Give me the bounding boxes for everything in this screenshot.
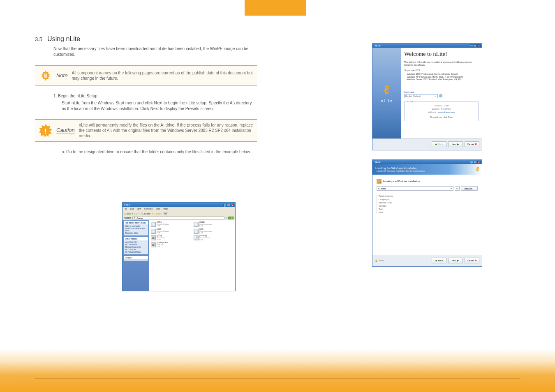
nlite-body: Locating the Windows installation Locate… — [372, 164, 482, 255]
main-content: 3.5 Using nLite Now that the necessary f… — [35, 31, 257, 155]
menu-tools[interactable]: Tools — [155, 208, 160, 210]
language-dropdown[interactable]: English (Default) — [404, 94, 438, 98]
file-item[interactable]: ⊞[txtsetup.oem]OEM File4 KB — [151, 242, 191, 248]
task-publish[interactable]: Publish this folder to the Web — [125, 228, 147, 232]
note-label: Note — [56, 72, 67, 79]
file-item[interactable]: 📄[stor]Security Catalog8 KB — [151, 228, 191, 234]
file-item[interactable]: 📄[stor]Setup Information3 KB — [194, 228, 234, 234]
file-item[interactable]: 📄[sR02]Setup Information1 KB — [194, 221, 234, 227]
go-button[interactable]: → Go — [228, 217, 234, 219]
supported-header: Supported OS: — [404, 69, 479, 71]
section-title: Using nLite — [47, 35, 80, 43]
cancel-button[interactable]: Cancel✖ — [465, 258, 479, 263]
place-shared-docs[interactable]: Shared Documents — [125, 246, 147, 248]
nlite-brand: nLite — [381, 98, 393, 103]
place-my-documents[interactable]: My Documents — [125, 244, 147, 246]
info-path: Path: — [379, 208, 478, 210]
caution-callout: ! Caution nLite will permanently modify … — [35, 119, 257, 142]
nlite-win-title: - nLite — [374, 161, 381, 163]
window-controls: _ □ × — [470, 161, 481, 163]
step-1-heading: 1. Begin the nLite Setup — [53, 94, 257, 98]
website-key: Website — [428, 111, 436, 113]
step-a-text: Go to the designated drive to ensure tha… — [66, 150, 251, 154]
next-button[interactable]: Next▶ — [448, 141, 463, 147]
back-button[interactable]: ◀Back — [432, 258, 446, 263]
welcome-heading: Welcome to nLite! — [404, 51, 479, 58]
place-my-computer[interactable]: My Computer — [125, 249, 147, 251]
file-item[interactable]: ⊞[g32x]System file58 KB — [151, 235, 191, 241]
step-1-text: Start nLite from the Windows Start menu … — [62, 100, 257, 112]
menu-bar: File Edit View Favorites Tools Help — [123, 207, 235, 211]
nlite-logo-icon: ℓ — [476, 166, 479, 173]
menu-favorites[interactable]: Favorites — [144, 208, 153, 210]
nlite-header-banner: Locating the Windows installation Locate… — [372, 164, 482, 175]
minimize-button[interactable]: _ — [470, 44, 473, 47]
details-panel: Details — [124, 256, 148, 261]
explorer-body: File and Folder Tasks Make a new folder … — [123, 220, 235, 291]
prev-link[interactable]: 🔒 Prev — [375, 259, 384, 262]
intro-text: Now that the necessary files have been d… — [53, 46, 257, 58]
back-button[interactable]: ◀Back — [432, 141, 446, 147]
folders-button[interactable]: 📁 Folders — [152, 212, 162, 215]
nlite-left-panel: ℓ nLite — [372, 48, 401, 138]
website-link[interactable]: www.nliteos.com — [438, 111, 455, 113]
cancel-button[interactable]: Cancel✖ — [465, 141, 479, 147]
file-item[interactable]: 📝[txtsetup]Text Document1 KB — [194, 235, 234, 241]
step-1-title: Begin the nLite Setup — [58, 94, 97, 98]
menu-help[interactable]: Help — [164, 208, 168, 210]
place-local-disk[interactable]: Local Disk (C:) — [125, 241, 147, 243]
nlite-right-panel: Welcome to nLite! This Wizard will guide… — [401, 48, 482, 138]
locating-label: Locating the Windows installation — [383, 180, 420, 182]
task-share[interactable]: Share this folder — [125, 232, 147, 234]
details-header: Details — [124, 256, 148, 259]
supported-item: Windows Server 2003 (Standard, Web, Ente… — [406, 78, 479, 81]
nlite-footer: 🔒 Prev ◀Back Next▶ Cancel✖ — [372, 255, 482, 265]
minimize-button[interactable]: _ — [470, 161, 473, 163]
maximize-button[interactable]: □ — [474, 44, 477, 47]
next-button[interactable]: Next▶ — [448, 258, 463, 263]
browse-button[interactable]: Browse... — [461, 186, 478, 191]
views-button[interactable]: ⊞▾ — [163, 212, 168, 215]
explorer-titlebar: A (C:) _ □ × — [123, 203, 235, 207]
refresh-button[interactable]: ⟳ — [455, 186, 460, 191]
caution-label: Caution — [56, 127, 75, 134]
language-section: Language English (Default) 🌐 — [404, 91, 479, 98]
file-item[interactable]: 📄[sR01]Security Catalog2 KB — [151, 221, 191, 227]
task-new-folder[interactable]: Make a new folder — [125, 225, 147, 227]
back-button[interactable]: ◯ Back ▾ — [124, 212, 133, 215]
globe-icon[interactable]: 🌐 — [439, 94, 442, 97]
welcome-intro: This Wizard will guide you through the p… — [404, 61, 479, 67]
search-button[interactable]: 🔍 Search — [141, 212, 150, 215]
nlite-footer: ◀Back Next▶ Cancel✖ — [372, 138, 482, 149]
place-network[interactable]: My Network Places — [125, 251, 147, 253]
step-a: a. Go to the designated drive to ensure … — [62, 149, 257, 155]
note-callout: Note All component names on the followin… — [35, 65, 257, 86]
section-rule — [35, 31, 257, 31]
up-button[interactable]: ⬆ — [138, 212, 140, 215]
note-icon — [38, 68, 53, 83]
maximize-button[interactable]: □ — [227, 204, 230, 206]
address-input[interactable]: C:\ Server — [132, 217, 224, 219]
close-button[interactable]: × — [231, 204, 234, 206]
step-a-num: a. — [62, 150, 65, 154]
close-button[interactable]: × — [477, 44, 481, 47]
supported-list: Windows 2000 (Professional, Server, Adva… — [406, 73, 479, 81]
menu-view[interactable]: View — [136, 208, 141, 210]
version-key: Version — [434, 104, 442, 107]
forward-button[interactable]: ◯ — [134, 212, 137, 215]
menu-edit[interactable]: Edit — [130, 208, 134, 210]
other-places-header: Other Places — [124, 237, 148, 240]
tasks-panel: File and Folder Tasks Make a new folder … — [124, 221, 148, 235]
info-version: Version: — [379, 205, 478, 207]
nlite-welcome-screenshot: - nLite _ □ × ℓ nLite Welcome to nLite! … — [372, 43, 482, 150]
path-input[interactable]: C:\temp — [377, 186, 453, 191]
file-list: 📄[sR01]Security Catalog2 KB 📄[sR02]Setup… — [149, 220, 235, 291]
menu-file[interactable]: File — [124, 208, 127, 210]
nlite-titlebar: - nLite _ □ × — [372, 44, 482, 48]
minimize-button[interactable]: _ — [223, 204, 227, 206]
explorer-sidebar: File and Folder Tasks Make a new folder … — [123, 220, 149, 291]
maximize-button[interactable]: □ — [474, 161, 477, 163]
license-value: Freeware — [441, 108, 451, 110]
file-icon: 📄 — [151, 229, 156, 234]
close-button[interactable]: × — [477, 161, 481, 163]
